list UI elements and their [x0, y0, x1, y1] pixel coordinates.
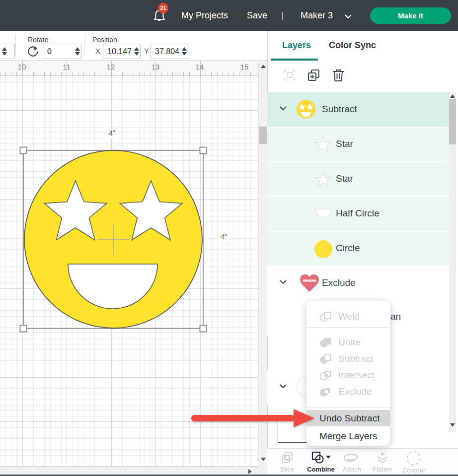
subtract-icon [319, 353, 332, 365]
select-all-icon[interactable] [283, 68, 296, 81]
layer-name: Circle [336, 243, 360, 254]
panel-scroll-thumb[interactable] [449, 99, 456, 144]
machine-selector[interactable]: Maker 3 [301, 0, 333, 31]
weld-icon [319, 311, 332, 323]
panel-scroll-down-arrow[interactable] [450, 423, 455, 427]
contour-button[interactable]: Contour [402, 451, 425, 474]
layer-group-exclude[interactable]: Exclude [267, 266, 449, 300]
layer-row-star-1[interactable]: Star [267, 127, 449, 162]
duplicate-icon[interactable] [307, 68, 321, 82]
selection-handle[interactable] [200, 147, 207, 154]
ruler-number: 12 [107, 63, 115, 71]
attach-button[interactable]: Attach [343, 451, 361, 473]
rotate-stepper[interactable] [75, 47, 81, 56]
menu-item-subtract[interactable]: Subtract [306, 350, 390, 367]
intersect-icon [319, 369, 332, 381]
clipped-size-stepper[interactable] [0, 44, 15, 59]
menu-separator [306, 407, 390, 408]
star-layer-icon [314, 171, 332, 189]
app-header: 21 My Projects Save | Maker 3 Make It [0, 0, 458, 31]
scroll-down-arrow[interactable] [261, 458, 266, 461]
rotate-field [43, 44, 81, 59]
horizontal-ruler [0, 61, 258, 76]
clipped-stepper-arrows[interactable] [0, 47, 9, 56]
ruler-number: 11 [63, 63, 71, 71]
flatten-icon [376, 451, 389, 464]
attach-paperclip-icon [343, 451, 360, 464]
slice-button[interactable]: Slice [280, 451, 294, 473]
menu-item-intersect[interactable]: Intersect [306, 367, 390, 383]
panel-scroll-up-arrow[interactable] [450, 94, 455, 98]
ruler-number: 15 [240, 63, 249, 71]
combine-button[interactable]: Combine [307, 451, 335, 473]
exclude-icon [319, 386, 332, 398]
position-label: Position [92, 36, 117, 44]
y-position-field [151, 44, 188, 59]
nav-my-projects[interactable]: My Projects [181, 0, 228, 31]
collapse-chevron-icon[interactable] [279, 384, 287, 389]
circle-layer-icon [314, 240, 333, 259]
toolbar-divider [15, 35, 16, 56]
ruler-number: 10 [18, 63, 26, 71]
menu-item-unite[interactable]: Unite [306, 334, 390, 350]
half-circle-layer-icon [314, 208, 333, 220]
selection-handle[interactable] [20, 326, 27, 332]
x-position-input[interactable] [103, 47, 134, 56]
x-axis-label: X [95, 47, 100, 55]
bottom-toolbar: Slice Combine Attach Flatten Contour [267, 448, 458, 475]
layer-name: Half Circle [336, 208, 380, 219]
combine-icon [311, 451, 331, 464]
slice-icon [281, 451, 294, 464]
make-it-button[interactable]: Make It [370, 7, 451, 24]
menu-item-undo-subtract[interactable]: Undo Subtract [306, 410, 390, 426]
trash-icon[interactable] [332, 68, 345, 82]
design-canvas[interactable]: 4" 4" 10 11 12 13 14 15 [0, 61, 258, 467]
vertical-scroll-thumb[interactable] [259, 127, 267, 144]
collapse-chevron-icon[interactable] [279, 279, 287, 284]
ruler-number: 14 [196, 63, 204, 71]
flatten-button[interactable]: Flatten [373, 451, 392, 473]
canvas-vertical-scrollbar[interactable] [258, 61, 267, 467]
combine-menu-popup: Weld Unite Subtract Intersect Exclude [306, 301, 390, 446]
width-dimension-label: 4" [106, 128, 118, 138]
collapse-chevron-icon[interactable] [279, 106, 287, 111]
contour-icon [407, 451, 421, 465]
menu-item-merge-layers[interactable]: Merge Layers [306, 428, 390, 444]
layer-name: Star [336, 173, 353, 184]
rotate-input[interactable] [43, 47, 75, 56]
hidden-layer-name-fragment: an [390, 311, 401, 322]
star-layer-icon [314, 136, 332, 154]
tab-layers[interactable]: Layers [282, 31, 311, 60]
selection-handle[interactable] [200, 326, 207, 332]
x-position-stepper[interactable] [134, 47, 140, 56]
layer-row-circle[interactable]: Circle [267, 231, 449, 267]
nav-save[interactable]: Save [247, 0, 267, 31]
layer-group-name: Exclude [322, 277, 356, 288]
y-position-stepper[interactable] [181, 47, 188, 56]
selection-handle[interactable] [20, 147, 27, 154]
menu-item-exclude[interactable]: Exclude [306, 383, 390, 400]
rotate-label: Rotate [28, 36, 48, 44]
active-tab-underline [271, 59, 318, 61]
height-dimension-label: 4" [218, 231, 230, 242]
layer-group-subtract[interactable]: Subtract [267, 92, 449, 127]
machine-chevron-down-icon[interactable] [344, 14, 352, 19]
tab-color-sync[interactable]: Color Sync [329, 31, 376, 60]
menu-item-weld[interactable]: Weld [306, 306, 390, 327]
header-divider: | [281, 0, 284, 31]
layer-row-star-2[interactable]: Star [267, 161, 449, 197]
y-axis-label: Y [144, 47, 149, 55]
scroll-up-arrow[interactable] [261, 65, 266, 68]
y-position-input[interactable] [151, 47, 181, 56]
layer-group-name: Subtract [322, 104, 357, 115]
red-pointer-arrow [188, 407, 318, 430]
canvas-artwork[interactable] [0, 61, 258, 467]
layer-row-half-circle[interactable]: Half Circle [267, 196, 449, 232]
scroll-right-arrow[interactable] [248, 469, 252, 474]
panel-scrollbar[interactable] [449, 92, 456, 432]
menu-separator [306, 327, 390, 328]
rotate-icon[interactable] [26, 45, 40, 58]
layer-name: Star [336, 138, 353, 149]
scrollbar-corner [258, 467, 267, 475]
unite-icon [319, 337, 332, 348]
